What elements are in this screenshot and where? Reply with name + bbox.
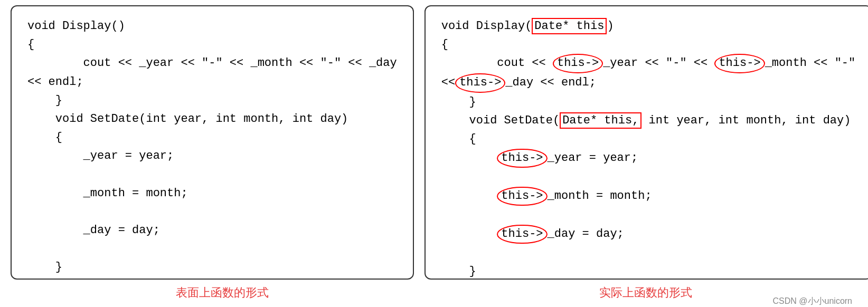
left-line-1: void Display() <box>27 17 397 35</box>
right-line-7: { <box>441 130 856 148</box>
right-line-12: this->_day = day; <box>441 225 856 244</box>
left-line-4: << endl; <box>27 73 397 91</box>
right-line-6: void SetDate(Date* this, int year, int m… <box>441 111 856 130</box>
right-line-13 <box>441 244 856 262</box>
watermark: CSDN @小小unicorn <box>773 296 853 307</box>
oval-this-month: this-> <box>714 54 765 73</box>
caption-row: 表面上函数的形式 实际上函数的形式 CSDN @小小unicorn <box>0 285 868 307</box>
left-line-5: } <box>27 91 397 110</box>
right-line-11 <box>441 206 856 224</box>
left-line-2: { <box>27 35 397 54</box>
right-line-2: { <box>441 35 856 54</box>
right-line-9 <box>441 168 856 186</box>
oval-this-month-2: this-> <box>497 187 547 206</box>
right-line-5: } <box>441 93 856 111</box>
right-panel: void Display(Date* this) { cout << this-… <box>424 5 868 280</box>
left-line-9 <box>27 166 397 184</box>
right-line-14: } <box>441 262 856 281</box>
oval-this-day: this-> <box>455 73 505 93</box>
right-line-10: this->_month = month; <box>441 187 856 206</box>
right-caption: 实际上函数的形式 CSDN @小小unicorn <box>434 285 857 307</box>
left-line-6: void SetDate(int year, int month, int da… <box>27 110 397 128</box>
left-line-14: } <box>27 258 397 276</box>
right-line-4: <<this->_day << endl; <box>441 73 856 93</box>
right-line-8: this->_year = year; <box>441 149 856 168</box>
left-line-7: { <box>27 128 397 147</box>
left-line-12: _day = day; <box>27 221 397 239</box>
oval-this-year-2: this-> <box>497 149 547 168</box>
left-line-10: _month = month; <box>27 184 397 203</box>
right-line-1: void Display(Date* this) <box>441 17 856 35</box>
left-caption: 表面上函数的形式 <box>11 285 434 307</box>
right-line-3: cout << this->_year << "-" << this->_mon… <box>441 54 856 73</box>
highlight-this-setdate: Date* this, <box>560 112 641 129</box>
main-container: void Display() { cout << _year << "-" <<… <box>0 0 868 285</box>
left-panel: void Display() { cout << _year << "-" <<… <box>11 5 414 280</box>
left-line-11 <box>27 203 397 221</box>
left-line-13 <box>27 239 397 258</box>
oval-this-year: this-> <box>553 54 603 73</box>
highlight-this-display: Date* this <box>532 18 607 34</box>
left-line-3: cout << _year << "-" << _month << "-" <<… <box>27 54 397 72</box>
oval-this-day-2: this-> <box>497 225 547 244</box>
left-line-8: _year = year; <box>27 147 397 165</box>
